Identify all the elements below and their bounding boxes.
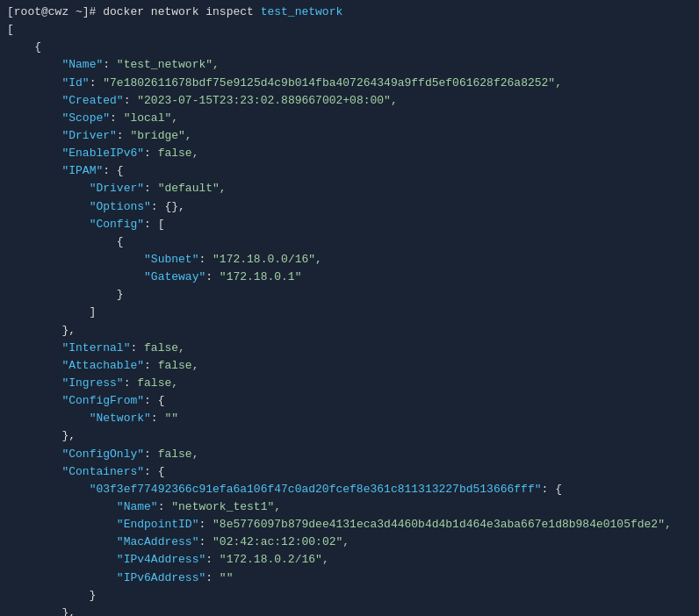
terminal-line: ] <box>0 304 699 321</box>
terminal-line: "MacAddress": "02:42:ac:12:00:02", <box>0 534 699 551</box>
terminal-line: "ConfigOnly": false, <box>0 446 699 463</box>
terminal-line: "Config": [ <box>0 216 699 233</box>
terminal-line: }, <box>0 427 699 445</box>
terminal-line: "IPAM": { <box>0 162 699 180</box>
terminal-line: "Name": "test_network", <box>0 56 699 74</box>
terminal-line: "IPv4Address": "172.18.0.2/16", <box>0 551 699 569</box>
terminal-line: "Network": "" <box>0 410 699 427</box>
terminal-line: } <box>0 587 699 605</box>
terminal: [root@cwz ~]# docker network inspect tes… <box>0 0 699 616</box>
terminal-line: { <box>0 39 699 56</box>
terminal-line: "Id": "7e1802611678bdf75e9125d4c9b014fba… <box>0 75 699 92</box>
terminal-line: "03f3ef77492366c91efa6a106f47c0ad20fcef8… <box>0 481 699 498</box>
terminal-line: "Options": {}, <box>0 198 699 216</box>
terminal-line: [ <box>0 21 699 39</box>
terminal-line: "EndpointID": "8e5776097b879dee4131eca3d… <box>0 516 699 534</box>
terminal-line: "Created": "2023-07-15T23:23:02.88966700… <box>0 92 699 110</box>
terminal-line: "Internal": false, <box>0 340 699 357</box>
terminal-line: "Name": "network_test1", <box>0 498 699 516</box>
terminal-line: "Driver": "bridge", <box>0 127 699 145</box>
terminal-line: [root@cwz ~]# docker network inspect tes… <box>0 4 699 21</box>
terminal-line: "Driver": "default", <box>0 180 699 197</box>
terminal-line: "IPv6Address": "" <box>0 569 699 587</box>
terminal-line: "ConfigFrom": { <box>0 392 699 410</box>
terminal-line: "Gateway": "172.18.0.1" <box>0 269 699 286</box>
terminal-line: "Ingress": false, <box>0 375 699 392</box>
terminal-line: "Subnet": "172.18.0.0/16", <box>0 251 699 269</box>
terminal-line: } <box>0 286 699 304</box>
terminal-line: { <box>0 233 699 251</box>
terminal-line: "Containers": { <box>0 463 699 481</box>
terminal-line: "Attachable": false, <box>0 357 699 375</box>
terminal-line: "Scope": "local", <box>0 110 699 127</box>
terminal-line: }, <box>0 605 699 616</box>
terminal-line: "EnableIPv6": false, <box>0 145 699 162</box>
terminal-line: }, <box>0 322 699 340</box>
